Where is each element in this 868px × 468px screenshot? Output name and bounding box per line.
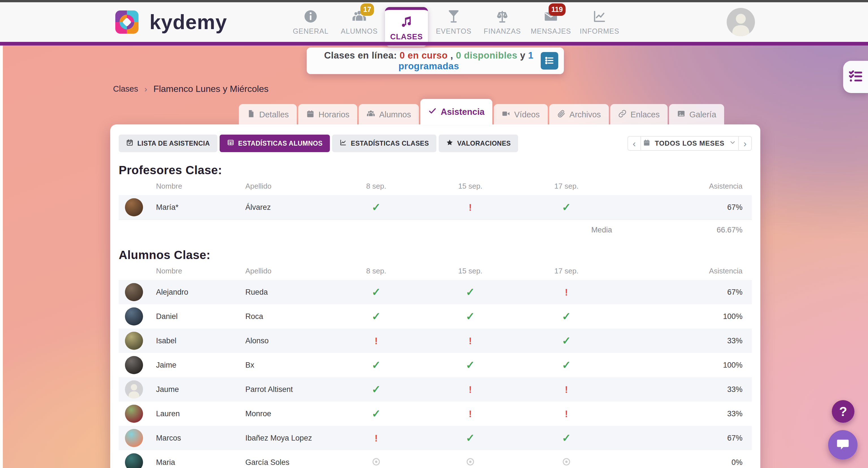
nav-badge-mensajes: 119 [549, 3, 565, 16]
present-check-icon: ✓ [372, 311, 381, 322]
media-value: 66.67% [716, 226, 752, 234]
tab-videos[interactable]: Vídeos [494, 104, 548, 125]
nav-item-informes[interactable]: INFORMES [577, 9, 622, 35]
avatar-cell [119, 380, 156, 399]
teachers-table: NombreApellido8 sep.15 sep.17 sep.Asiste… [119, 177, 752, 220]
prev-month-button[interactable]: ‹ [627, 136, 641, 151]
attendance-mark-present: ✓ [329, 310, 424, 323]
next-month-button[interactable]: › [739, 136, 752, 151]
nav-item-alumnos[interactable]: 17ALUMNOS [336, 9, 382, 35]
nav-item-eventos[interactable]: EVENTOS [431, 9, 476, 35]
column-header: Asistencia [616, 182, 752, 191]
side-panel-toggle[interactable] [843, 61, 868, 93]
tab-archivos[interactable]: Archivos [549, 104, 609, 125]
attendance-mark-absent: ! [517, 287, 616, 298]
nav-item-general[interactable]: GENERAL [288, 9, 334, 35]
cell-asistencia: 67% [616, 203, 752, 212]
table-row[interactable]: JaimeBx✓✓✓100% [119, 353, 752, 377]
online-classes-banner: Clases en línea: 0 en curso , 0 disponib… [307, 48, 564, 74]
column-header: 17 sep. [517, 182, 616, 191]
table-row[interactable]: DanielRoca✓✓✓100% [119, 304, 752, 329]
breadcrumb: Clases › Flamenco Lunes y Miércoles [113, 84, 269, 94]
present-check-icon: ✓ [372, 201, 381, 213]
students-table: NombreApellido8 sep.15 sep.17 sep.Asiste… [119, 262, 752, 468]
attendance-mark-present: ✓ [424, 432, 517, 444]
attendance-mark-none [329, 458, 424, 467]
absent-exclamation-icon: ! [469, 408, 472, 419]
nav-item-clases[interactable]: CLASES [385, 7, 428, 47]
avatar [125, 453, 143, 468]
attendance-mark-present: ✓ [517, 432, 616, 444]
nav-item-mensajes[interactable]: 119MENSAJES [528, 9, 574, 35]
tab-galeria[interactable]: Galería [669, 104, 724, 125]
table-row[interactable]: AlejandroRueda✓✓!67% [119, 280, 752, 304]
not-marked-icon [563, 458, 570, 465]
breadcrumb-clases[interactable]: Clases [113, 84, 138, 94]
table-icon [227, 139, 234, 148]
cell-asistencia: 67% [616, 288, 752, 297]
table-row[interactable]: LaurenMonroe✓!!33% [119, 402, 752, 426]
table-row[interactable]: MariaGarcía Soles0% [119, 450, 752, 468]
header-accent-bar [0, 42, 868, 46]
chart-line-icon [339, 139, 347, 148]
attendance-mark-present: ✓ [424, 359, 517, 371]
table-row[interactable]: IsabelAlonso!!✓33% [119, 329, 752, 353]
tab-horarios[interactable]: Horarios [298, 104, 358, 125]
cell-nombre: Marcos [156, 434, 245, 443]
status-segment: 0 en curso [400, 50, 448, 60]
chat-button[interactable] [828, 430, 858, 460]
avatar-cell [119, 198, 156, 216]
tab-label-alumnos: Alumnos [379, 110, 411, 119]
column-header: 8 sep. [329, 182, 424, 191]
attendance-mark-present: ✓ [329, 359, 424, 371]
attendance-mark-absent: ! [517, 384, 616, 395]
subtab-est-clases[interactable]: ESTADÍSTICAS CLASES [332, 135, 436, 152]
attendance-mark-absent: ! [424, 384, 517, 395]
tab-alumnos[interactable]: Alumnos [359, 104, 419, 125]
nav-item-finanzas[interactable]: FINANZAS [479, 9, 525, 35]
table-header-row: NombreApellido8 sep.15 sep.17 sep.Asiste… [119, 262, 752, 280]
tab-label-archivos: Archivos [569, 110, 601, 119]
media-label: Media [591, 226, 612, 234]
month-select[interactable]: TODOS LOS MESES [641, 136, 739, 151]
online-classes-list-button[interactable] [541, 52, 558, 69]
cell-apellido: Álvarez [245, 203, 329, 212]
cell-apellido: Ibañez Moya Lopez [245, 434, 329, 443]
attendance-mark-present: ✓ [329, 201, 424, 213]
teachers-section-title: Profesores Clase: [119, 164, 752, 177]
column-header: 8 sep. [329, 267, 424, 275]
user-avatar[interactable] [727, 8, 755, 36]
students-icon [367, 110, 375, 120]
cell-nombre: Alejandro [156, 288, 245, 297]
calendar-icon [306, 110, 315, 120]
not-marked-icon [467, 458, 474, 465]
table-row[interactable]: María*Álvarez✓!✓67% [119, 195, 752, 220]
present-check-icon: ✓ [466, 432, 475, 444]
status-segment: 0 disponibles [456, 50, 517, 60]
subtab-lista[interactable]: LISTA DE ASISTENCIA [119, 135, 217, 152]
tab-enlaces[interactable]: Enlaces [610, 104, 668, 125]
cocktail-icon [446, 9, 461, 24]
calendar-check-icon [126, 139, 133, 148]
tab-asistencia[interactable]: Asistencia [420, 99, 492, 125]
absent-exclamation-icon: ! [469, 202, 472, 213]
nav-label-finanzas: FINANZAS [484, 27, 521, 35]
cell-asistencia: 67% [616, 434, 752, 443]
table-row[interactable]: MarcosIbañez Moya Lopez!✓✓67% [119, 426, 752, 450]
avatar [125, 429, 143, 447]
nav-label-general: GENERAL [293, 27, 329, 35]
avatar [125, 405, 143, 423]
tab-label-horarios: Horarios [318, 110, 350, 119]
subtab-valoraciones[interactable]: VALORACIONES [439, 135, 518, 152]
brand[interactable]: kydemy [112, 7, 227, 37]
table-row[interactable]: JaumeParrot Altisent✓!!33% [119, 377, 752, 402]
cell-nombre: Lauren [156, 409, 245, 418]
help-button[interactable]: ? [832, 400, 855, 423]
nav-label-alumnos: ALUMNOS [341, 27, 378, 35]
tab-detalles[interactable]: Detalles [239, 104, 297, 125]
subtab-est-alumnos[interactable]: ESTADÍSTICAS ALUMNOS [220, 135, 330, 152]
attendance-mark-absent: ! [424, 408, 517, 419]
column-header: Apellido [245, 182, 329, 191]
cell-nombre: Maria [156, 458, 245, 467]
avatar-cell [119, 405, 156, 423]
